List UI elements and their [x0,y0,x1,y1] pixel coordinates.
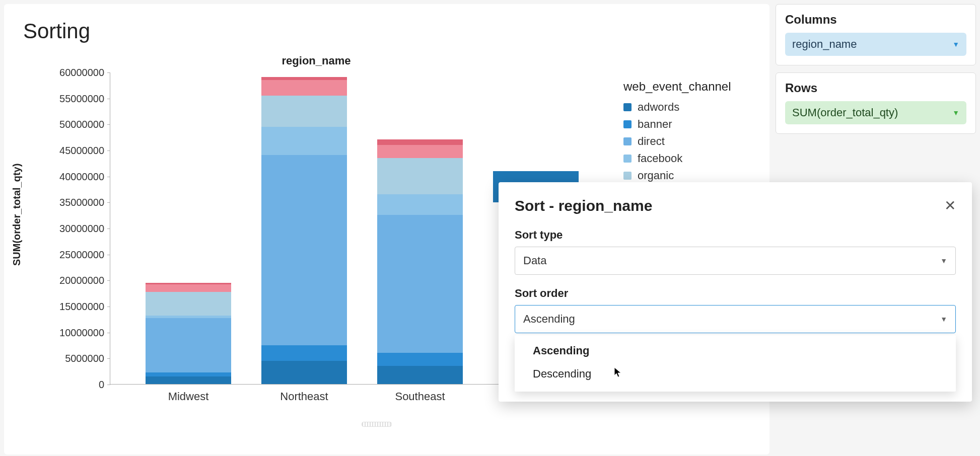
sort-order-select[interactable]: Ascending ▼ [515,305,956,333]
legend-swatch [623,137,632,145]
right-rail: Columns region_name ▼ Rows SUM(order_tot… [776,4,976,141]
sort-type-label: Sort type [515,229,956,242]
legend-label: adwords [638,101,679,114]
close-icon[interactable]: ✕ [944,199,956,213]
x-tick-label: Northeast [249,384,360,403]
legend-swatch [623,172,632,180]
y-tick-label: 35000000 [59,197,110,208]
y-tick-label: 5000000 [65,353,110,364]
bar-southeast[interactable] [377,139,463,384]
bar-segment [377,139,463,144]
rows-shelf: Rows SUM(order_total_qty) ▼ [776,72,976,134]
y-tick-label: 55000000 [59,93,110,104]
bar-segment [377,353,463,366]
legend-label: banner [638,118,672,131]
bar-segment [146,292,231,316]
y-tick-label: 20000000 [59,275,110,286]
bar-segment [377,366,463,384]
y-tick-label: 10000000 [59,327,110,338]
modal-title: Sort - region_name [515,197,652,214]
bar-segment [261,127,347,156]
legend-swatch [623,120,632,128]
legend-item[interactable]: banner [623,118,731,131]
y-tick-label: 50000000 [59,119,110,130]
sort-order-value: Ascending [523,313,575,326]
chevron-down-icon: ▼ [952,109,959,117]
bar-segment [377,194,463,215]
columns-pill-label: region_name [792,38,857,51]
sort-order-label: Sort order [515,287,956,300]
y-tick-label: 25000000 [59,249,110,260]
bar-midwest[interactable] [146,283,231,384]
rows-pill-label: SUM(order_total_qty) [792,106,898,119]
chevron-down-icon: ▼ [952,40,959,48]
legend-item[interactable]: organic [623,169,731,182]
legend-label: facebook [638,152,682,165]
bar-segment [377,145,463,158]
y-tick-label: 60000000 [59,67,110,79]
bar-segment [146,284,231,292]
y-tick-label: 40000000 [59,171,110,182]
legend-label: direct [638,135,665,148]
chevron-down-icon: ▼ [940,315,947,323]
x-tick-label: Southeast [365,384,475,403]
sort-type-select[interactable]: Data ▼ [515,247,956,275]
rows-pill[interactable]: SUM(order_total_qty) ▼ [785,101,966,124]
x-tick-label: Midwest [133,384,244,403]
bar-segment [146,372,231,376]
columns-shelf-title: Columns [785,13,966,27]
page-title: Sorting [4,4,769,43]
legend-item[interactable]: direct [623,135,731,148]
bar-segment [377,158,463,194]
chart-title: region_name [14,54,618,67]
y-tick-label: 45000000 [59,145,110,157]
legend: web_event_channel adwordsbannerdirectfac… [623,80,731,186]
dropdown-option-ascending[interactable]: Ascending [515,339,956,362]
legend-swatch [623,155,632,163]
bar-segment [261,80,347,96]
legend-item[interactable]: facebook [623,152,731,165]
bar-segment [377,215,463,353]
sort-order-dropdown: AscendingDescending [515,335,956,392]
bar-segment [261,361,347,385]
bar-segment [261,155,347,345]
legend-label: organic [638,169,674,182]
columns-pill[interactable]: region_name ▼ [785,33,966,56]
sort-type-value: Data [523,254,546,267]
dropdown-option-descending[interactable]: Descending [515,362,956,386]
legend-title: web_event_channel [623,80,731,94]
bar-segment [146,376,231,385]
y-tick-label: 15000000 [59,301,110,313]
y-tick-label: 30000000 [59,223,110,235]
bar-segment [146,318,231,373]
legend-item[interactable]: adwords [623,101,731,114]
rows-shelf-title: Rows [785,81,966,95]
legend-swatch [623,103,632,111]
columns-shelf: Columns region_name ▼ [776,4,976,65]
y-axis-label: SUM(order_total_qty) [11,164,23,266]
bar-segment [261,345,347,361]
bar-northeast[interactable] [261,77,347,384]
chevron-down-icon: ▼ [940,257,947,265]
resize-handle-icon[interactable] [362,422,392,427]
bar-segment [261,96,347,127]
sort-modal: Sort - region_name ✕ Sort type Data ▼ So… [499,182,972,402]
